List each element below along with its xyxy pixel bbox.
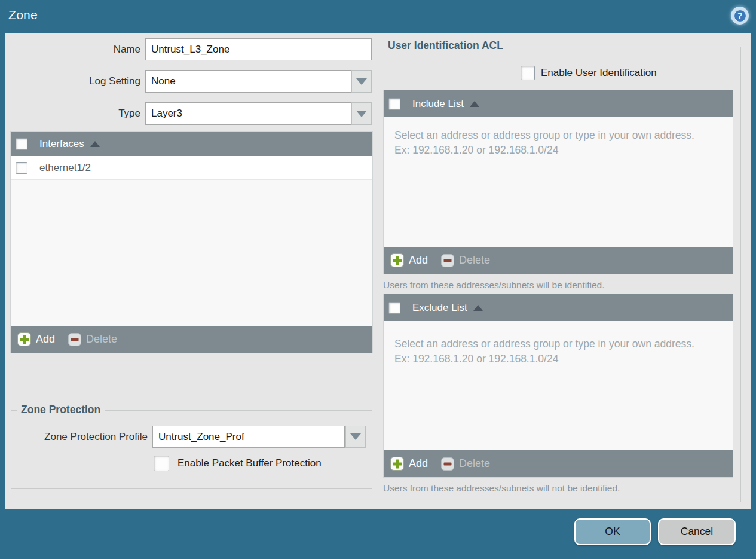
exclude-list-column-header: Exclude List [412, 302, 467, 314]
exclude-list-body[interactable]: Select an address or address group or ty… [384, 321, 733, 450]
interfaces-toolbar: Add Delete [11, 326, 372, 353]
type-dropdown-button[interactable] [351, 102, 372, 125]
zone-protection-profile-dropdown-button[interactable] [345, 426, 366, 448]
zone-protection-fieldset [11, 410, 372, 489]
interfaces-add-button[interactable]: Add [17, 332, 55, 346]
exclude-list-header-checkbox[interactable] [388, 302, 400, 314]
type-label: Type [11, 102, 140, 125]
log-setting-label: Log Setting [11, 70, 140, 93]
zone-protection-legend: Zone Protection [17, 404, 105, 416]
enable-user-identification-label: Enable User Identification [541, 66, 657, 80]
interfaces-column-header: Interfaces [39, 138, 84, 150]
add-plus-icon [390, 457, 404, 471]
include-list-header: Include List [384, 90, 733, 117]
help-question-glyph: ? [734, 10, 746, 22]
interface-name: ethernet1/2 [39, 162, 91, 174]
exclude-list-header: Exclude List [384, 294, 733, 321]
add-plus-icon [390, 253, 404, 267]
exclude-add-button[interactable]: Add [390, 457, 428, 471]
interface-row-checkbox[interactable] [16, 162, 27, 174]
sort-ascending-icon[interactable] [470, 101, 479, 107]
interface-row[interactable]: ethernet1/2 [11, 156, 372, 180]
include-list-placeholder: Select an address or address group or ty… [394, 128, 696, 158]
enable-user-identification-checkbox[interactable] [521, 66, 535, 80]
cancel-button[interactable]: Cancel [658, 518, 736, 545]
interfaces-delete-button[interactable]: Delete [55, 333, 117, 346]
header-separator [408, 90, 408, 117]
exclude-list-placeholder: Select an address or address group or ty… [394, 337, 696, 366]
zone-protection-profile-input[interactable] [152, 426, 345, 448]
exclude-delete-button[interactable]: Delete [428, 457, 490, 471]
delete-minus-icon [68, 333, 81, 346]
type-input[interactable] [145, 102, 351, 125]
delete-minus-icon [441, 457, 454, 471]
header-separator [35, 132, 35, 156]
include-list-footnote: Users from these addresses/subnets will … [383, 280, 604, 291]
enable-packet-buffer-label: Enable Packet Buffer Protection [177, 456, 322, 471]
help-icon[interactable]: ? [731, 7, 749, 25]
log-setting-dropdown-button[interactable] [351, 70, 372, 93]
dialog-title: Zone [8, 8, 38, 22]
exclude-list-table: Exclude List Select an address or addres… [384, 294, 733, 477]
enable-packet-buffer-checkbox[interactable] [154, 456, 169, 471]
name-label: Name [11, 38, 140, 60]
include-list-toolbar: Add Delete [384, 247, 733, 274]
interfaces-table-header: Interfaces [11, 132, 372, 156]
include-list-table: Include List Select an address or addres… [384, 90, 733, 274]
name-input[interactable] [145, 38, 372, 60]
user-identification-legend: User Identification ACL [384, 39, 507, 52]
include-list-body[interactable]: Select an address or address group or ty… [384, 117, 733, 247]
include-add-button[interactable]: Add [390, 253, 428, 267]
interfaces-table-body: ethernet1/2 [11, 156, 372, 326]
delete-minus-icon [441, 254, 454, 267]
exclude-list-footnote: Users from these addresses/subnets will … [383, 483, 620, 494]
ok-button[interactable]: OK [574, 518, 651, 545]
interfaces-header-checkbox[interactable] [16, 138, 27, 150]
sort-ascending-icon[interactable] [473, 305, 483, 311]
header-separator [408, 294, 408, 321]
sort-ascending-icon[interactable] [90, 141, 100, 147]
log-setting-input[interactable] [145, 70, 351, 93]
include-delete-button[interactable]: Delete [428, 254, 490, 267]
interfaces-table: Interfaces ethernet1/2 Add Delete [11, 132, 372, 353]
exclude-list-toolbar: Add Delete [384, 450, 733, 477]
include-list-column-header: Include List [412, 98, 464, 110]
zone-protection-profile-label: Zone Protection Profile [11, 426, 148, 448]
include-list-header-checkbox[interactable] [388, 98, 400, 110]
add-plus-icon [17, 332, 31, 346]
